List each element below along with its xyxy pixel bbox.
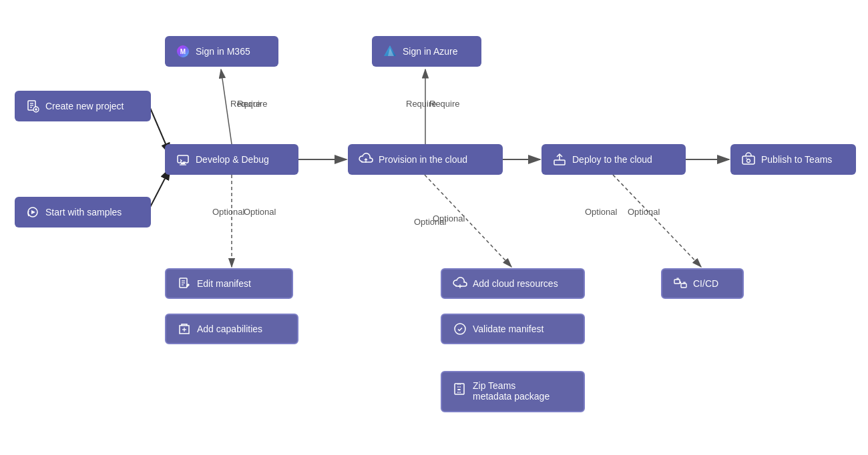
svg-rect-42 [554, 160, 565, 165]
create-project-label: Create new project [45, 101, 124, 111]
edit-manifest-icon [177, 276, 192, 291]
optional-label-3: Optional [628, 207, 660, 217]
cicd-label: CI/CD [693, 278, 718, 289]
optional-text-2: Optional [414, 217, 446, 227]
optional-text-3: Optional [585, 207, 617, 217]
edit-manifest-node[interactable]: Edit manifest [165, 268, 293, 299]
signin-azure-node[interactable]: Sign in Azure [372, 36, 481, 67]
deploy-icon [552, 152, 567, 167]
svg-text:M: M [180, 48, 186, 55]
svg-rect-38 [455, 384, 464, 394]
signin-azure-label: Sign in Azure [403, 46, 458, 57]
svg-point-46 [747, 159, 750, 163]
publish-teams-node[interactable]: Publish to Teams [730, 144, 856, 175]
create-project-icon [25, 99, 40, 113]
svg-rect-43 [674, 280, 680, 284]
start-with-samples-node[interactable]: Start with samples [15, 197, 151, 228]
create-new-project-node[interactable]: Create new project [15, 91, 151, 121]
m365-icon: M [176, 44, 190, 59]
provision-icon [359, 152, 373, 167]
signin-m365-label: Sign in M365 [196, 46, 250, 57]
develop-debug-icon [176, 152, 190, 167]
edit-manifest-label: Edit manifest [197, 278, 251, 289]
svg-point-37 [455, 324, 465, 334]
develop-debug-node[interactable]: Develop & Debug [165, 144, 298, 175]
optional-label-1: Optional [244, 207, 276, 217]
add-capabilities-icon [177, 322, 192, 336]
diagram-container: Require Require Optional Optional Option… [0, 0, 868, 455]
provision-label: Provision in the cloud [379, 154, 467, 165]
svg-line-11 [613, 175, 701, 267]
add-capabilities-label: Add capabilities [197, 324, 262, 334]
publish-teams-label: Publish to Teams [761, 154, 832, 165]
svg-rect-44 [681, 284, 686, 288]
zip-teams-node[interactable]: Zip Teams metadata package [441, 371, 585, 412]
validate-manifest-label: Validate manifest [473, 324, 544, 334]
add-cloud-resources-label: Add cloud resources [473, 278, 558, 289]
develop-debug-label: Develop & Debug [196, 154, 269, 165]
cicd-icon [673, 276, 688, 291]
svg-rect-23 [181, 163, 185, 164]
deploy-cloud-node[interactable]: Deploy to the cloud [541, 144, 686, 175]
azure-icon [383, 44, 397, 59]
add-capabilities-node[interactable]: Add capabilities [165, 314, 298, 344]
cicd-node[interactable]: CI/CD [661, 268, 744, 299]
zip-teams-label-1: Zip Teams [473, 380, 550, 391]
deploy-label: Deploy to the cloud [572, 154, 652, 165]
svg-rect-45 [742, 156, 754, 164]
add-cloud-resources-icon [453, 276, 467, 291]
publish-teams-icon [741, 152, 756, 167]
start-samples-icon [25, 205, 40, 219]
validate-manifest-node[interactable]: Validate manifest [441, 314, 585, 344]
add-cloud-resources-node[interactable]: Add cloud resources [441, 268, 585, 299]
validate-manifest-icon [453, 322, 467, 336]
start-samples-label: Start with samples [45, 207, 122, 217]
provision-cloud-node[interactable]: Provision in the cloud [348, 144, 503, 175]
arrows-svg [0, 0, 868, 455]
signin-m365-node[interactable]: M Sign in M365 [165, 36, 278, 67]
optional-text-1: Optional [212, 207, 244, 217]
zip-teams-label-2: metadata package [473, 391, 550, 402]
require-text-1: Require [230, 99, 261, 109]
zip-teams-icon [453, 382, 467, 396]
require-text-2: Require [406, 99, 437, 109]
